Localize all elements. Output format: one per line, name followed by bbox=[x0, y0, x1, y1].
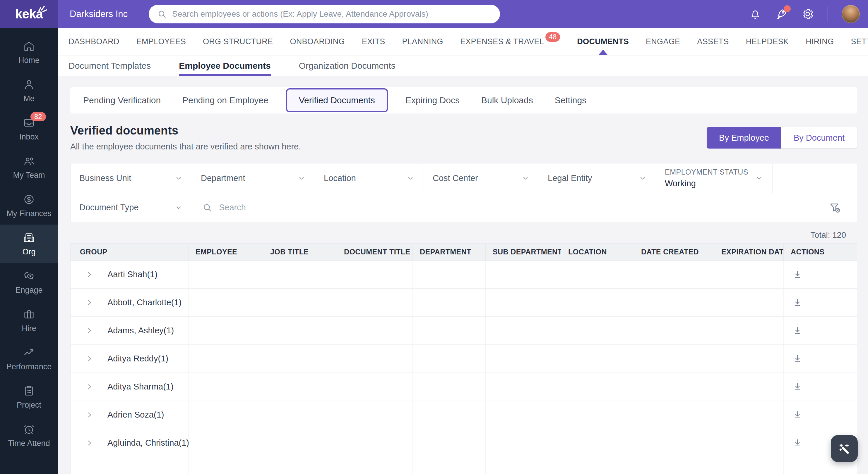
tab-pending-verification[interactable]: Pending Verification bbox=[83, 95, 161, 105]
sidebar-item-project[interactable]: Project bbox=[0, 378, 58, 416]
global-search[interactable] bbox=[149, 5, 500, 23]
filter-legal-entity[interactable]: Legal Entity bbox=[539, 164, 656, 193]
subnav-document-templates[interactable]: Document Templates bbox=[68, 56, 151, 76]
content-area: Pending Verification Pending on Employee… bbox=[58, 87, 868, 474]
topbar-divider bbox=[828, 6, 828, 22]
cell-empty bbox=[486, 261, 561, 288]
expand-chevron-right-icon[interactable] bbox=[85, 299, 93, 307]
nav-exits[interactable]: EXITS bbox=[362, 28, 385, 56]
col-location[interactable]: LOCATION bbox=[561, 244, 634, 260]
filters-card: Business Unit Department Location Cost C… bbox=[70, 163, 857, 222]
download-icon[interactable] bbox=[793, 438, 802, 448]
col-sub-department[interactable]: SUB DEPARTMENT bbox=[486, 244, 561, 260]
nav-expenses-travel[interactable]: EXPENSES & TRAVEL48 bbox=[460, 28, 560, 56]
col-department[interactable]: DEPARTMENT bbox=[413, 244, 486, 260]
expand-chevron-right-icon[interactable] bbox=[85, 327, 93, 335]
filter-department[interactable]: Department bbox=[192, 164, 315, 193]
alarm-clock-icon bbox=[22, 422, 36, 436]
sidebar-item-my-team[interactable]: My Team bbox=[0, 148, 58, 186]
rocket-alert-dot bbox=[784, 5, 791, 12]
nav-org-structure[interactable]: ORG STRUCTURE bbox=[203, 28, 273, 56]
nav-planning[interactable]: PLANNING bbox=[402, 28, 443, 56]
tab-bulk-uploads[interactable]: Bulk Uploads bbox=[481, 95, 533, 105]
settings-gear-icon[interactable] bbox=[801, 8, 814, 21]
filter-search[interactable] bbox=[192, 193, 813, 222]
view-toggle: By Employee By Document bbox=[707, 127, 857, 148]
nav-helpdesk[interactable]: HELPDESK bbox=[746, 28, 789, 56]
cell-empty bbox=[337, 261, 413, 288]
download-icon[interactable] bbox=[793, 298, 802, 308]
cell-empty bbox=[413, 401, 486, 429]
sidebar-item-me[interactable]: Me bbox=[0, 71, 58, 110]
cell-empty bbox=[561, 373, 634, 401]
filter-document-type[interactable]: Document Type bbox=[70, 193, 192, 222]
col-job-title[interactable]: JOB TITLE bbox=[263, 244, 337, 260]
nav-engage[interactable]: ENGAGE bbox=[646, 28, 680, 56]
download-icon[interactable] bbox=[793, 354, 802, 364]
filter-search-input[interactable] bbox=[219, 203, 803, 212]
cell-empty bbox=[263, 373, 337, 401]
expand-chevron-right-icon[interactable] bbox=[85, 383, 93, 391]
subnav-organization-documents[interactable]: Organization Documents bbox=[299, 56, 396, 76]
expand-chevron-right-icon[interactable] bbox=[85, 439, 93, 447]
sidebar-item-time-attend[interactable]: Time Attend bbox=[0, 416, 58, 454]
total-count: Total: 120 bbox=[70, 230, 857, 240]
col-employee[interactable]: EMPLOYEE bbox=[189, 244, 263, 260]
nav-onboarding[interactable]: ONBOARDING bbox=[290, 28, 345, 56]
nav-assets[interactable]: ASSETS bbox=[697, 28, 728, 56]
col-document-title[interactable]: DOCUMENT TITLE bbox=[337, 244, 413, 260]
tab-pending-on-employee[interactable]: Pending on Employee bbox=[182, 95, 269, 105]
sidebar-item-performance[interactable]: Performance bbox=[0, 339, 58, 378]
toggle-by-document[interactable]: By Document bbox=[781, 127, 857, 148]
sidebar-item-inbox[interactable]: 82 Inbox bbox=[0, 110, 58, 148]
download-icon[interactable] bbox=[793, 270, 802, 279]
magic-wand-icon bbox=[837, 441, 852, 456]
expand-chevron-right-icon[interactable] bbox=[85, 270, 93, 279]
sidebar-item-engage[interactable]: Engage bbox=[0, 263, 58, 301]
nav-settings[interactable]: SETTINGS bbox=[851, 28, 868, 56]
filter-location[interactable]: Location bbox=[315, 164, 424, 193]
notifications-bell-icon[interactable] bbox=[749, 8, 762, 20]
download-icon[interactable] bbox=[793, 410, 802, 420]
filter-employment-status[interactable]: EMPLOYMENT STATUS Working bbox=[656, 164, 773, 193]
expand-chevron-right-icon[interactable] bbox=[85, 411, 93, 419]
tab-settings[interactable]: Settings bbox=[555, 95, 586, 105]
filter-business-unit[interactable]: Business Unit bbox=[70, 164, 192, 193]
clear-filters[interactable] bbox=[813, 193, 857, 222]
global-search-input[interactable] bbox=[172, 9, 492, 19]
trend-up-icon bbox=[22, 346, 36, 360]
ai-assistant-fab[interactable] bbox=[831, 435, 858, 462]
subnav-employee-documents[interactable]: Employee Documents bbox=[179, 56, 271, 76]
cell-empty bbox=[634, 261, 714, 288]
clear-filters-funnel-icon bbox=[828, 201, 842, 214]
dollar-circle-icon bbox=[22, 193, 36, 206]
user-avatar[interactable] bbox=[842, 5, 860, 23]
filter-cost-center[interactable]: Cost Center bbox=[424, 164, 539, 193]
expand-chevron-right-icon[interactable] bbox=[85, 355, 93, 363]
keka-logo[interactable]: keka bbox=[0, 0, 58, 28]
sidebar-item-my-finances[interactable]: My Finances bbox=[0, 186, 58, 225]
download-icon[interactable] bbox=[793, 326, 802, 336]
tab-expiring-docs[interactable]: Expiring Docs bbox=[405, 95, 460, 105]
sidebar-item-org[interactable]: Org bbox=[0, 225, 58, 263]
nav-employees[interactable]: EMPLOYEES bbox=[136, 28, 186, 56]
cell-empty bbox=[634, 457, 714, 474]
col-group[interactable]: GROUP bbox=[70, 244, 189, 260]
col-date-created[interactable]: DATE CREATED bbox=[634, 244, 714, 260]
sidebar-item-hire[interactable]: Hire bbox=[0, 301, 58, 339]
tab-verified-documents[interactable]: Verified Documents bbox=[286, 88, 388, 112]
group-name: Aditya Sharma(1) bbox=[107, 382, 174, 392]
nav-hiring[interactable]: HIRING bbox=[806, 28, 834, 56]
chevron-down-icon bbox=[174, 174, 183, 182]
whats-new-rocket-icon[interactable] bbox=[775, 8, 788, 21]
sidebar-item-home[interactable]: Home bbox=[0, 33, 58, 71]
cell-empty bbox=[714, 261, 784, 288]
cell-empty bbox=[263, 345, 337, 373]
toggle-by-employee[interactable]: By Employee bbox=[707, 127, 781, 148]
col-expiration-date[interactable]: EXPIRATION DATE bbox=[714, 244, 784, 260]
download-icon[interactable] bbox=[793, 382, 802, 392]
cell-empty bbox=[337, 317, 413, 344]
nav-documents[interactable]: DOCUMENTS bbox=[577, 28, 629, 56]
nav-dashboard[interactable]: DASHBOARD bbox=[68, 28, 119, 56]
cell-empty bbox=[634, 373, 714, 401]
